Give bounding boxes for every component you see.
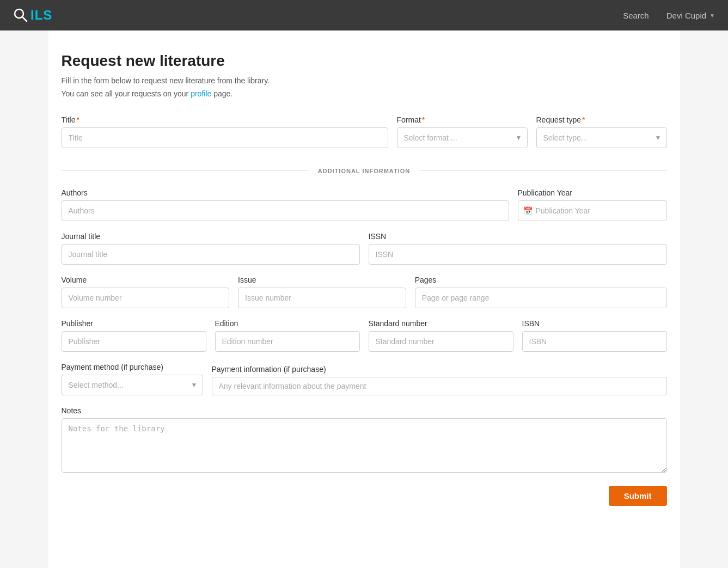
profile-text-before: You can see all your requests on your — [62, 89, 191, 98]
isbn-label: ISBN — [522, 319, 667, 328]
format-required: * — [422, 115, 425, 124]
pages-group: Pages — [415, 276, 667, 308]
volume-group: Volume — [62, 276, 230, 308]
payment-method-group: Payment method (if purchase) Select meth… — [62, 363, 203, 395]
chevron-down-icon: ▼ — [709, 13, 715, 19]
edition-label: Edition — [215, 319, 360, 328]
notes-group: Notes — [62, 406, 667, 473]
issue-input[interactable] — [238, 288, 406, 308]
pages-label: Pages — [415, 276, 667, 284]
journal-title-label: Journal title — [62, 232, 360, 241]
navbar: ILS Search Devi Cupid ▼ — [0, 0, 728, 30]
request-type-group: Request type* Select type... Loan Purcha… — [536, 115, 667, 148]
title-label: Title* — [62, 115, 388, 124]
pub-year-label: Publication Year — [518, 188, 667, 197]
profile-text: You can see all your requests on your pr… — [62, 89, 667, 98]
title-group: Title* — [62, 115, 388, 148]
std-number-group: Standard number — [369, 319, 513, 352]
main-content: Request new literature Fill in the form … — [48, 30, 680, 568]
volume-issue-pages-row: Volume Issue Pages — [62, 276, 667, 308]
authors-group: Authors — [62, 188, 509, 221]
navbar-brand[interactable]: ILS — [13, 8, 52, 23]
submit-row: Submit — [62, 486, 667, 506]
issn-input[interactable] — [369, 244, 667, 265]
volume-label: Volume — [62, 276, 230, 284]
pub-year-wrapper: 📅 — [518, 200, 667, 221]
authors-input[interactable] — [62, 200, 509, 221]
format-label: Format* — [397, 115, 528, 124]
title-required: * — [76, 115, 79, 124]
isbn-group: ISBN — [522, 319, 667, 352]
journal-issn-row: Journal title ISSN — [62, 232, 667, 265]
volume-input[interactable] — [62, 288, 230, 308]
payment-method-label: Payment method (if purchase) — [62, 363, 203, 371]
payment-info-label: Payment information (if purchase) — [212, 365, 667, 374]
search-link[interactable]: Search — [623, 11, 649, 20]
issue-group: Issue — [238, 276, 406, 308]
payment-method-select-wrapper: Select method... Credit card Invoice Oth… — [62, 375, 203, 395]
pub-year-group: Publication Year 📅 — [518, 188, 667, 221]
svg-line-1 — [22, 17, 27, 21]
authors-label: Authors — [62, 188, 509, 197]
pub-year-input[interactable] — [518, 200, 667, 221]
title-input[interactable] — [62, 127, 388, 148]
format-select-wrapper: Select format ... Physical Digital E-boo… — [397, 127, 528, 148]
request-type-select[interactable]: Select type... Loan Purchase — [536, 127, 667, 148]
publisher-input[interactable] — [62, 331, 206, 352]
payment-row: Payment method (if purchase) Select meth… — [62, 363, 667, 395]
user-menu[interactable]: Devi Cupid ▼ — [666, 11, 715, 20]
search-icon — [13, 8, 28, 23]
journal-title-input[interactable] — [62, 244, 360, 265]
page-subtitle: Fill in the form below to request new li… — [62, 76, 667, 85]
payment-info-input[interactable] — [212, 377, 667, 395]
request-type-label: Request type* — [536, 115, 667, 124]
title-format-row: Title* Format* Select format ... Physica… — [62, 115, 667, 148]
edition-group: Edition — [215, 319, 360, 352]
logo-text: ILS — [30, 8, 52, 23]
std-number-label: Standard number — [369, 319, 513, 328]
request-type-select-wrapper: Select type... Loan Purchase ▼ — [536, 127, 667, 148]
pages-input[interactable] — [415, 288, 667, 308]
divider-label: ADDITIONAL INFORMATION — [309, 168, 419, 174]
notes-textarea[interactable] — [62, 418, 667, 473]
notes-label: Notes — [62, 406, 667, 415]
navbar-right: Search Devi Cupid ▼ — [623, 11, 715, 20]
isbn-input[interactable] — [522, 331, 667, 352]
authors-row: Authors Publication Year 📅 — [62, 188, 667, 221]
request-type-required: * — [582, 115, 585, 124]
page-title: Request new literature — [62, 52, 667, 70]
std-number-input[interactable] — [369, 331, 513, 352]
journal-title-group: Journal title — [62, 232, 360, 265]
edition-input[interactable] — [215, 331, 360, 352]
submit-button[interactable]: Submit — [609, 486, 667, 506]
payment-method-select[interactable]: Select method... Credit card Invoice Oth… — [62, 375, 203, 395]
profile-link[interactable]: profile — [191, 89, 211, 98]
profile-text-after: page. — [211, 89, 233, 98]
publisher-row: Publisher Edition Standard number ISBN — [62, 319, 667, 352]
issn-label: ISSN — [369, 232, 667, 241]
issue-label: Issue — [238, 276, 406, 284]
format-group: Format* Select format ... Physical Digit… — [397, 115, 528, 148]
payment-info-group: Payment information (if purchase) — [212, 365, 667, 395]
publisher-group: Publisher — [62, 319, 206, 352]
format-select[interactable]: Select format ... Physical Digital E-boo… — [397, 127, 528, 148]
user-name: Devi Cupid — [666, 11, 706, 20]
issn-group: ISSN — [369, 232, 667, 265]
publisher-label: Publisher — [62, 319, 206, 328]
calendar-icon: 📅 — [523, 206, 533, 215]
additional-info-divider: ADDITIONAL INFORMATION — [62, 166, 667, 175]
